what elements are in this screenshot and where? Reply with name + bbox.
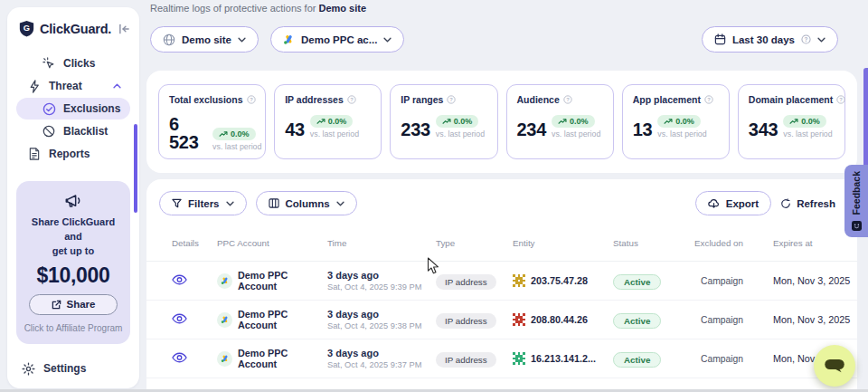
- ip-identicon: [513, 352, 525, 365]
- gear-icon: [22, 362, 35, 376]
- collapse-sidebar-icon[interactable]: [118, 24, 130, 34]
- google-ads-icon: [217, 351, 232, 367]
- stat-value: 6 523: [169, 115, 207, 151]
- sidebar-item-threat[interactable]: Threat: [16, 75, 130, 97]
- promo-footer[interactable]: Click to Affiliate Program: [24, 323, 123, 333]
- column-header-entity: Entity: [513, 238, 613, 249]
- sidebar-item-reports[interactable]: Reports: [16, 143, 130, 165]
- view-details-eye-icon[interactable]: [172, 313, 187, 324]
- delta-badge: 0.0%: [212, 128, 256, 140]
- svg-text:?: ?: [566, 97, 570, 102]
- chevron-up-icon[interactable]: [113, 83, 121, 89]
- feedback-tab[interactable]: Feedback: [844, 165, 868, 237]
- info-icon[interactable]: ?: [447, 95, 456, 104]
- svg-text:?: ?: [250, 97, 253, 102]
- sidebar-item-clicks[interactable]: Clicks: [16, 53, 130, 74]
- logs-panel: Filters Columns Export Refresh: [146, 179, 857, 392]
- column-header-excluded-on: Excluded on: [691, 238, 743, 249]
- export-button[interactable]: Export: [695, 191, 771, 215]
- stat-label: Domain placement: [749, 94, 833, 105]
- table-row[interactable]: Demo PPC Account3 days agoSat, Oct 4, 20…: [146, 262, 857, 301]
- stat-value: 343: [749, 120, 778, 139]
- time-relative: 3 days ago: [327, 270, 436, 281]
- google-ads-icon: [283, 33, 295, 45]
- filter-pills: Demo site Demo PPC ac...: [150, 26, 404, 53]
- svg-text:G: G: [24, 24, 30, 33]
- svg-text:?: ?: [839, 97, 843, 102]
- date-range-label: Last 30 days: [732, 34, 795, 45]
- sidebar-item-label: Threat: [49, 80, 82, 92]
- time-absolute: Sat, Oct 4, 2025 9:39 PM: [327, 282, 436, 292]
- delta-badge: 0.0%: [783, 115, 826, 128]
- sidebar-item-label: Blacklist: [63, 125, 108, 138]
- stat-label: App placement: [633, 94, 701, 105]
- share-button[interactable]: Share: [29, 294, 118, 315]
- info-icon[interactable]: ?: [836, 95, 845, 104]
- refresh-button-label: Refresh: [797, 198, 835, 209]
- sidebar-item-label: Clicks: [63, 57, 95, 70]
- sidebar-nav: ClicksThreatExclusionsBlacklistReports: [7, 52, 139, 166]
- sidebar-item-label: Reports: [49, 148, 90, 160]
- svg-text:?: ?: [805, 36, 808, 43]
- excluded-on-value: Campaign: [691, 276, 743, 286]
- smiley-icon: [852, 221, 862, 231]
- stat-card-ip-addresses: IP addresses?430.0%vs. last period: [274, 84, 382, 159]
- columns-button[interactable]: Columns: [256, 191, 357, 215]
- google-ads-icon: [217, 312, 232, 328]
- delta-badge: 0.0%: [310, 115, 354, 128]
- subtitle-site-name: Demo site: [318, 3, 366, 14]
- table-row[interactable]: Demo PPC Account3 days agoSat, Oct 4, 20…: [146, 339, 857, 378]
- chat-widget-button[interactable]: [814, 345, 855, 387]
- filters-button[interactable]: Filters: [159, 191, 247, 215]
- trend-up-icon: [789, 119, 798, 125]
- settings-label: Settings: [43, 362, 86, 375]
- delta-badge: 0.0%: [436, 115, 479, 128]
- ppc-account-filter-dropdown[interactable]: Demo PPC ac...: [270, 26, 404, 53]
- stat-value: 43: [285, 120, 305, 139]
- refresh-icon: [780, 198, 791, 209]
- view-details-eye-icon[interactable]: [172, 352, 187, 363]
- stat-card-app-placement: App placement?130.0%vs. last period: [622, 84, 730, 159]
- info-icon[interactable]: ?: [704, 95, 713, 104]
- info-icon[interactable]: ?: [247, 95, 256, 104]
- site-filter-dropdown[interactable]: Demo site: [150, 26, 259, 53]
- time-relative: 3 days ago: [327, 348, 436, 359]
- delta-badge: 0.0%: [657, 115, 701, 128]
- info-icon[interactable]: ?: [563, 95, 572, 104]
- affiliate-promo-card: Share ClickGuard and get up to $10,000 S…: [16, 181, 130, 344]
- stat-subtext: vs. last period: [783, 129, 832, 139]
- refresh-button[interactable]: Refresh: [780, 198, 835, 209]
- stat-value: 233: [401, 120, 429, 139]
- subtitle-prefix: Realtime logs of protective actions for: [150, 3, 318, 14]
- column-header-ppc-account: PPC Account: [217, 238, 327, 249]
- time-absolute: Sat, Oct 4, 2025 9:38 PM: [327, 321, 436, 330]
- sidebar-item-exclusions[interactable]: Exclusions: [16, 98, 130, 120]
- stat-subtext: vs. last period: [310, 129, 359, 139]
- type-badge: IP address: [436, 274, 496, 290]
- date-range-dropdown[interactable]: Last 30 days ?: [702, 26, 838, 53]
- entity-value: 208.80.44.26: [531, 314, 588, 325]
- sidebar-item-blacklist[interactable]: Blacklist: [16, 120, 130, 142]
- view-details-eye-icon[interactable]: [172, 274, 187, 285]
- stats-panel: Total exclusions?6 5230.0%vs. last perio…: [146, 71, 857, 173]
- click-cursor-icon: [42, 57, 56, 70]
- share-button-label: Share: [67, 299, 96, 310]
- globe-icon: [163, 33, 175, 46]
- info-icon: ?: [801, 34, 811, 44]
- site-filter-label: Demo site: [182, 34, 231, 45]
- column-header-status: Status: [613, 238, 691, 249]
- sidebar-item-settings[interactable]: Settings: [22, 362, 139, 376]
- chevron-down-icon: [336, 201, 344, 206]
- trend-up-icon: [219, 131, 228, 138]
- chevron-down-icon: [238, 37, 246, 43]
- ppc-account-name: Demo PPC Account: [238, 348, 327, 369]
- stat-subtext: vs. last period: [212, 142, 255, 151]
- ip-identicon: [513, 274, 525, 287]
- status-badge: Active: [613, 352, 661, 368]
- columns-icon: [269, 198, 279, 208]
- info-icon[interactable]: ?: [347, 95, 356, 104]
- stat-value: 13: [633, 120, 653, 139]
- sidebar-scrollbar[interactable]: [134, 124, 137, 213]
- table-row[interactable]: Demo PPC Account3 days agoSat, Oct 4, 20…: [146, 301, 857, 339]
- stat-card-ip-ranges: IP ranges?2330.0%vs. last period: [390, 84, 497, 159]
